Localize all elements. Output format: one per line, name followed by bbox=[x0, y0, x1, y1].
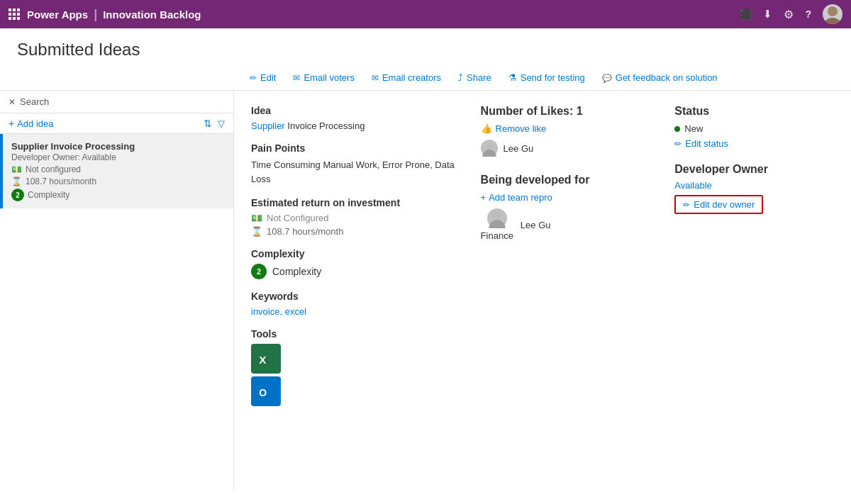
team-row: Finance Lee Gu bbox=[481, 208, 658, 241]
thumbup-icon: 👍 bbox=[481, 123, 492, 134]
money-icon: 💵 bbox=[11, 164, 22, 174]
add-idea-button[interactable]: Add idea bbox=[9, 118, 54, 129]
excel-tool-icon: X bbox=[251, 344, 281, 374]
add-team-label: Add team repro bbox=[489, 192, 552, 203]
pain-text: Time Consuming Manual Work, Error Prone,… bbox=[251, 158, 464, 186]
main-layout: Search Add idea Supplier Invoice Process… bbox=[0, 91, 851, 490]
feedback-icon bbox=[602, 72, 612, 83]
email-voters-button[interactable]: Email voters bbox=[284, 69, 363, 86]
complexity-badge-small: 2 bbox=[11, 189, 24, 201]
complexity-text: Complexity bbox=[272, 266, 321, 277]
sidebar-item-subtitle: Developer Owner: Available bbox=[11, 152, 225, 162]
share-button[interactable]: Share bbox=[450, 69, 500, 86]
sort-icon[interactable] bbox=[204, 118, 212, 129]
filter-icon[interactable] bbox=[218, 118, 225, 129]
edit-dev-owner-button[interactable]: Edit dev owner bbox=[674, 195, 763, 214]
complexity-section-label: Complexity bbox=[251, 248, 464, 259]
edit-label: Edit bbox=[260, 72, 276, 83]
team-item-person: Lee Gu bbox=[521, 220, 551, 230]
svg-point-8 bbox=[489, 220, 505, 228]
settings-icon[interactable] bbox=[784, 8, 794, 21]
sidebar-add-row: Add idea bbox=[0, 113, 233, 134]
edit-status-label: Edit status bbox=[685, 138, 728, 149]
edit-dev-label: Edit dev owner bbox=[694, 199, 755, 210]
svg-text:O: O bbox=[259, 387, 267, 398]
col-status: Status New Edit status Developer Owner A… bbox=[674, 105, 834, 476]
col-likes-dev: Number of Likes: 1 👍 Remove like Lee Gu … bbox=[481, 105, 675, 476]
edit-button[interactable]: Edit bbox=[241, 69, 284, 86]
roi-section-label: Estimated return on investment bbox=[251, 197, 464, 208]
sidebar-item-config: 💵 Not configured bbox=[11, 164, 225, 174]
status-dot bbox=[674, 126, 680, 132]
col-idea-details: Idea Supplier Invoice Processing Pain Po… bbox=[251, 105, 481, 476]
svg-text:X: X bbox=[259, 354, 266, 366]
svg-point-6 bbox=[482, 150, 496, 157]
share-label: Share bbox=[467, 72, 491, 83]
idea-link[interactable]: Supplier bbox=[251, 121, 285, 131]
like-user-row: Lee Gu bbox=[481, 140, 658, 157]
download-icon[interactable] bbox=[763, 8, 772, 21]
like-user-name: Lee Gu bbox=[504, 143, 534, 154]
keywords-text[interactable]: invoice, excel bbox=[251, 306, 464, 317]
user-avatar[interactable] bbox=[823, 4, 842, 24]
power-apps-label: Power Apps bbox=[27, 9, 88, 21]
help-icon[interactable] bbox=[805, 8, 811, 21]
team-dept-label: Finance bbox=[481, 230, 513, 241]
money-icon-roi: 💵 bbox=[251, 213, 262, 223]
detail-panel: Idea Supplier Invoice Processing Pain Po… bbox=[234, 91, 851, 490]
svg-point-9 bbox=[493, 212, 501, 220]
roi-hours: ⌛ 108.7 hours/month bbox=[251, 226, 464, 237]
complexity-row: 2 Complexity bbox=[251, 264, 464, 279]
svg-point-1 bbox=[824, 18, 841, 24]
grid-icon[interactable] bbox=[9, 9, 20, 20]
like-user-avatar bbox=[481, 140, 498, 157]
roi-not-configured: 💵 Not Configured bbox=[251, 213, 464, 223]
plus-team-icon: + bbox=[481, 192, 486, 203]
sidebar-sort-filter bbox=[204, 118, 225, 129]
sidebar-item[interactable]: Supplier Invoice Processing Developer Ow… bbox=[0, 134, 233, 208]
remove-like-button[interactable]: 👍 Remove like bbox=[481, 123, 658, 134]
edit-status-icon bbox=[674, 138, 682, 149]
dev-owner-title: Developer Owner bbox=[674, 163, 834, 176]
edit-status-button[interactable]: Edit status bbox=[674, 138, 834, 149]
search-bar[interactable]: Search bbox=[0, 91, 233, 113]
outlook-tool-icon: O bbox=[251, 376, 281, 406]
email-voters-label: Email voters bbox=[304, 72, 355, 83]
brand-divider: | bbox=[94, 7, 97, 22]
email-creators-label: Email creators bbox=[382, 72, 441, 83]
get-feedback-button[interactable]: Get feedback on solution bbox=[594, 69, 726, 86]
email-voters-icon bbox=[293, 72, 300, 83]
send-testing-button[interactable]: Send for testing bbox=[500, 69, 594, 86]
sidebar-item-title: Supplier Invoice Processing bbox=[11, 141, 225, 152]
remove-like-label: Remove like bbox=[496, 123, 547, 134]
topnav-icons bbox=[740, 4, 842, 24]
team-person-name: Lee Gu bbox=[521, 220, 551, 230]
hourglass-icon-roi: ⌛ bbox=[251, 226, 262, 237]
email-creators-button[interactable]: Email creators bbox=[363, 69, 450, 86]
complexity-badge: 2 bbox=[251, 264, 267, 279]
add-team-button[interactable]: + Add team repro bbox=[481, 192, 658, 203]
search-label: Search bbox=[20, 96, 49, 107]
monitor-icon[interactable] bbox=[740, 8, 752, 21]
tools-section-label: Tools bbox=[251, 328, 464, 340]
edit-dev-icon bbox=[683, 199, 690, 210]
add-idea-label: Add idea bbox=[17, 118, 53, 129]
team-avatar-finance bbox=[487, 208, 507, 228]
svg-point-7 bbox=[486, 142, 493, 150]
keywords-section-label: Keywords bbox=[251, 291, 464, 302]
close-icon[interactable] bbox=[9, 96, 16, 107]
email-creators-icon bbox=[372, 72, 379, 83]
hourglass-icon: ⌛ bbox=[11, 177, 22, 186]
page-header: Submitted Ideas bbox=[0, 28, 851, 65]
sidebar: Search Add idea Supplier Invoice Process… bbox=[0, 91, 234, 490]
idea-value: Supplier Invoice Processing bbox=[251, 121, 464, 131]
topnav: Power Apps | Innovation Backlog bbox=[0, 0, 851, 28]
dev-available-label: Available bbox=[674, 180, 834, 191]
status-value: New bbox=[684, 123, 703, 134]
svg-point-0 bbox=[828, 6, 838, 16]
pencil-icon bbox=[250, 72, 257, 83]
get-feedback-label: Get feedback on solution bbox=[616, 72, 718, 83]
being-dev-title: Being developed for bbox=[481, 174, 658, 186]
idea-text: Invoice Processing bbox=[285, 121, 365, 131]
app-name-label: Innovation Backlog bbox=[103, 9, 201, 21]
